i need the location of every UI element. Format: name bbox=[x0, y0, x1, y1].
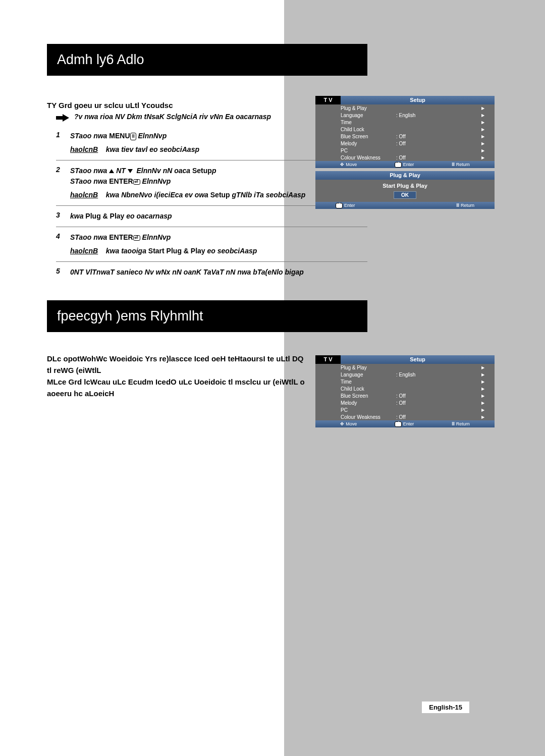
s1-result-pre: haolcnB bbox=[70, 145, 98, 153]
lang-p1: DLc opotWohWc Woeidoic Yrs re)lascce Ice… bbox=[47, 353, 330, 364]
s1-menu: MENU bbox=[109, 132, 130, 140]
svg-marker-0 bbox=[56, 114, 69, 122]
osd-start-pp-text: Start Plug & Play bbox=[383, 183, 427, 189]
enter-icon bbox=[395, 162, 402, 168]
caret-right-icon: ▶ bbox=[481, 141, 484, 146]
caret-right-icon: ▶ bbox=[481, 380, 484, 384]
osd-row-value: : English bbox=[396, 113, 481, 118]
osd-row: Colour Weakness: Off▶ bbox=[315, 413, 495, 420]
osd-row-value: : Off bbox=[396, 134, 481, 139]
osd-pp-title: Plug & Play bbox=[315, 171, 495, 180]
osd-foot-move-3: ✥ Move bbox=[340, 421, 357, 426]
s4-result-post: eo seobciAasp bbox=[205, 247, 257, 255]
osd-row: Language: English▶ bbox=[315, 112, 495, 119]
osd-row-value: : Off bbox=[396, 393, 481, 399]
osd-row-value: : Off bbox=[396, 400, 481, 406]
osd-row-label: PC bbox=[341, 407, 396, 413]
caret-right-icon: ▶ bbox=[481, 408, 484, 412]
step-num-1: 1 bbox=[56, 131, 70, 155]
s4-result-pre: haolcnB bbox=[70, 247, 98, 255]
osd-row-label: Colour Weakness bbox=[341, 155, 396, 160]
caret-right-icon: ▶ bbox=[481, 148, 484, 153]
title-1-border: Admh ly6 Adlo bbox=[47, 44, 367, 76]
osd-row-label: Melody bbox=[341, 400, 396, 406]
osd-row: Plug & Play▶ bbox=[315, 104, 495, 112]
step-body-3: kwa Plug & Play eo oacarnasp bbox=[70, 211, 367, 222]
osd-row-label: Plug & Play bbox=[341, 365, 396, 370]
osd-row-label: Time bbox=[341, 120, 396, 125]
caret-right-icon: ▶ bbox=[481, 387, 484, 391]
osd-row: Time▶ bbox=[315, 119, 495, 126]
caret-right-icon: ▶ bbox=[481, 365, 484, 370]
title-2: fpeecgyh )ems Rlyhmlht bbox=[47, 301, 367, 332]
menu-button-icon: Ⅲ bbox=[130, 133, 136, 141]
s3-pre: kwa bbox=[70, 212, 85, 220]
osd-header-1: T V Setup bbox=[315, 96, 495, 104]
title-1: Admh ly6 Adlo bbox=[47, 44, 367, 75]
s4-result: haolcnB kwa taooiga Start Plug & Play eo… bbox=[70, 246, 367, 256]
caret-right-icon: ▶ bbox=[481, 120, 484, 125]
osd-row-label: Melody bbox=[341, 141, 396, 146]
osd-row: Melody: Off▶ bbox=[315, 399, 495, 406]
osd-row-value: : English bbox=[396, 372, 481, 377]
s1-result-post: kwa tiev tavl eo seobciAasp bbox=[106, 145, 199, 153]
s1-post: ElnnNvp bbox=[136, 132, 167, 140]
caret-right-icon: ▶ bbox=[481, 106, 484, 111]
osd-foot-enter-2: Enter bbox=[336, 203, 355, 208]
osd-body-1: Plug & Play▶ Language: English▶ Time▶ Ch… bbox=[315, 104, 495, 161]
s2-result-mid1: kwa NbneNvo i(ieciEca ev owa bbox=[106, 191, 210, 199]
osd-row: Blue Screen: Off▶ bbox=[315, 133, 495, 140]
ok-button[interactable]: OK bbox=[394, 191, 416, 199]
caret-right-icon: ▶ bbox=[481, 372, 484, 377]
osd-row: Melody: Off▶ bbox=[315, 140, 495, 147]
osd-row: Colour Weakness: Off▶ bbox=[315, 154, 495, 161]
caret-right-icon: ▶ bbox=[481, 155, 484, 160]
step-num-5: 5 bbox=[56, 267, 70, 278]
s2-l2-enter: ENTER bbox=[109, 177, 133, 185]
page-number: English-15 bbox=[422, 701, 469, 713]
s2-l2-post: ElnnNvp bbox=[140, 177, 171, 185]
caret-right-icon: ▶ bbox=[481, 394, 484, 398]
step-body-4: STaoo nwa ENTER ElnnNvp haolcnB kwa taoo… bbox=[70, 232, 367, 256]
osd-row-value: : Off bbox=[396, 414, 481, 420]
step-num-2: 2 bbox=[56, 166, 70, 200]
s3-bold: Plug & Play bbox=[85, 212, 124, 220]
osd-row: PC▶ bbox=[315, 406, 495, 413]
osd-row-label: Plug & Play bbox=[341, 105, 396, 111]
osd-row: Child Lock▶ bbox=[315, 126, 495, 133]
osd-foot-move: ✥ Move bbox=[340, 162, 357, 167]
osd-foot-return-3: Ⅲ Return bbox=[452, 421, 470, 426]
title-2-border: fpeecgyh )ems Rlyhmlht bbox=[47, 300, 367, 332]
lang-p4: aoeeru hc aLoeicH bbox=[47, 388, 330, 399]
osd-header-3: T V Setup bbox=[315, 355, 495, 364]
osd-row-label: PC bbox=[341, 148, 396, 153]
osd-foot-enter-3: Enter bbox=[395, 421, 414, 427]
step-3: 3 kwa Plug & Play eo oacarnasp bbox=[56, 206, 367, 227]
osd-footer-2: Enter Ⅲ Return bbox=[315, 202, 495, 209]
step-5: 5 0NT VlTnwaT sanieco Nv wNx nN oanK TaV… bbox=[56, 262, 367, 283]
s4-result-bold: Start Plug & Play bbox=[148, 247, 205, 255]
osd-tv-label-3: T V bbox=[315, 355, 341, 364]
osd-setup-menu-1: T V Setup Plug & Play▶ Language: English… bbox=[315, 96, 495, 168]
s2-l2-pre: STaoo nwa bbox=[70, 177, 109, 185]
lang-p3: MLce Grd lcWcau uLc Ecudm IcedO uLc Uoei… bbox=[47, 376, 330, 387]
osd-setup-label-1: Setup bbox=[341, 96, 495, 104]
osd-row: Child Lock▶ bbox=[315, 385, 495, 392]
osd-row: PC▶ bbox=[315, 147, 495, 154]
osd-foot-return: Ⅲ Return bbox=[452, 162, 470, 167]
s2-result-mid2: gTNlb iTa seobciAasp bbox=[230, 191, 306, 199]
osd-row-label: Blue Screen bbox=[341, 134, 396, 139]
caret-right-icon: ▶ bbox=[481, 134, 484, 139]
osd-row-value: : Off bbox=[396, 141, 481, 146]
osd-row-label: Child Lock bbox=[341, 386, 396, 392]
osd-row: Plug & Play▶ bbox=[315, 364, 495, 371]
step-num-3: 3 bbox=[56, 211, 70, 222]
osd-foot-enter: Enter bbox=[395, 162, 414, 168]
osd-row: Language: English▶ bbox=[315, 371, 495, 378]
caret-right-icon: ▶ bbox=[481, 113, 484, 118]
osd-row: Blue Screen: Off▶ bbox=[315, 392, 495, 399]
osd-tv-label-1: T V bbox=[315, 96, 341, 104]
osd-header-2: Plug & Play bbox=[315, 171, 495, 180]
osd-row-label: Time bbox=[341, 379, 396, 385]
osd-row-value: : Off bbox=[396, 155, 481, 160]
